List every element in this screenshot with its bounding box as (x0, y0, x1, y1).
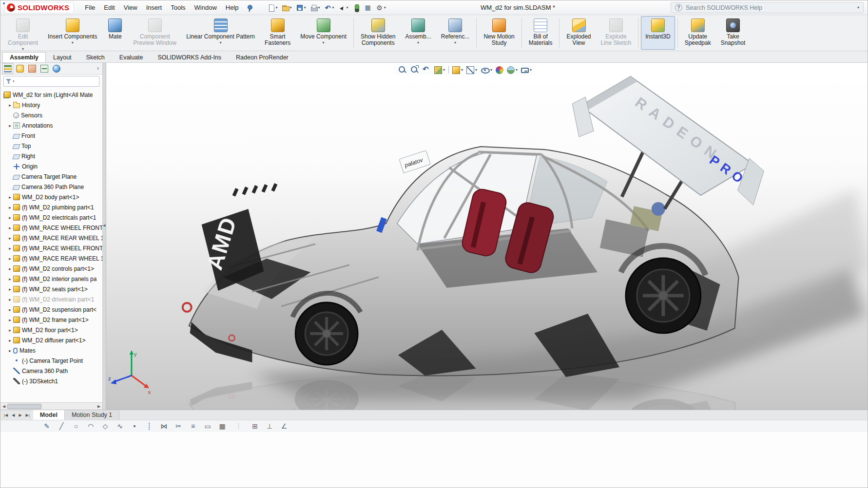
expand-arrow-icon[interactable]: ▸ (7, 297, 13, 302)
expand-arrow-icon[interactable]: ▸ (7, 307, 13, 312)
dropdown-caret-icon[interactable]: ▾ (461, 68, 463, 72)
panel-tabs-overflow-icon[interactable]: › (96, 65, 100, 72)
sketch-tool-button[interactable]: ┊ (145, 422, 154, 430)
expand-arrow-icon[interactable]: ▸ (7, 318, 13, 322)
expand-arrow-icon[interactable]: ▸ (7, 195, 13, 200)
command-tab[interactable]: SOLIDWORKS Add-Ins (150, 52, 229, 62)
tree-item[interactable]: ▸ WM_D2 diffuser part<1> (1, 335, 102, 345)
expand-arrow-icon[interactable]: ▸ (7, 225, 13, 230)
expand-arrow-icon[interactable]: ▸ (7, 205, 13, 210)
panel-tab[interactable] (51, 63, 62, 74)
sketch-tool-button[interactable]: ◠ (86, 422, 95, 430)
tree-item[interactable]: ▸ (-) Camera Target Point (1, 356, 102, 366)
sketch-tool-button[interactable]: ▭ (203, 422, 212, 430)
car-model[interactable] (183, 76, 764, 377)
scroll-right-icon[interactable]: ▶ (96, 404, 102, 409)
expand-arrow-icon[interactable]: ▸ (7, 246, 13, 251)
ribbon-button[interactable]: Assemb... ▾ (401, 16, 435, 50)
menu-item[interactable]: View (119, 1, 142, 14)
hud-button[interactable]: ▾ (452, 66, 463, 74)
hud-button[interactable]: ▾ (466, 66, 477, 74)
expand-arrow-icon[interactable]: ▸ (7, 215, 13, 220)
tree-item[interactable]: ▸ Origin (1, 161, 102, 171)
sheet-tab[interactable]: Model (33, 410, 65, 420)
sketch-tool-button[interactable]: ⊥ (265, 422, 274, 430)
panel-tab[interactable] (39, 63, 50, 74)
sketch-tool-button[interactable]: ╱ (57, 422, 66, 430)
menu-item[interactable]: Insert (142, 1, 167, 14)
quick-tool-button[interactable]: ▾ (308, 3, 322, 13)
dropdown-caret-icon[interactable]: ▾ (72, 40, 74, 45)
hud-button[interactable]: ▾ (422, 65, 431, 74)
hud-button[interactable]: ▾ (481, 65, 492, 74)
expand-arrow-icon[interactable]: ▸ (7, 328, 13, 333)
dropdown-caret-icon[interactable]: ▾ (323, 40, 325, 45)
filter-funnel-icon[interactable] (6, 79, 11, 84)
menu-item[interactable]: Edit (99, 1, 119, 14)
tree-item[interactable]: ▸ (f) WM_D2 interior panels pa (1, 274, 102, 284)
sketch-tool-button[interactable]: ∿ (116, 422, 124, 430)
tree-item[interactable]: ▸ Top (1, 141, 102, 151)
command-tab[interactable]: Evaluate (112, 52, 151, 62)
tree-horizontal-scrollbar[interactable]: ◀ ▶ (0, 402, 102, 410)
tree-item[interactable]: ▸ (f) WM_RACE REAR WHEEL 1 (1, 253, 102, 263)
scrollbar-thumb[interactable] (7, 404, 41, 409)
tree-item[interactable]: ▸ (f) WM_RACE WHEEL FRONT (1, 223, 102, 233)
tree-item[interactable]: ▸ (f) WM_D2 electricals part<1 (1, 212, 102, 223)
expand-arrow-icon[interactable]: ▸ (7, 123, 13, 128)
help-search-box[interactable]: ? Search SOLIDWORKS Help ▾ (671, 2, 864, 13)
command-tab[interactable]: Sketch (79, 52, 112, 62)
tree-item[interactable]: ▸ WM_D2 floor part<1> (1, 325, 102, 335)
ribbon-button[interactable]: Move Component ▾ (296, 16, 351, 50)
sketch-tool-button[interactable]: ⊞ (251, 422, 259, 430)
tree-item[interactable]: ▸ Mates (1, 345, 102, 356)
command-tab[interactable]: Radeon ProRender (229, 52, 296, 62)
tab-scroll-button[interactable]: ◀ (11, 413, 16, 418)
panel-splitter[interactable]: ◀ (103, 63, 106, 410)
expand-arrow-icon[interactable]: ▸ (7, 103, 13, 108)
dropdown-caret-icon[interactable]: ▾ (276, 5, 278, 10)
hud-button[interactable]: ▾ (521, 67, 532, 73)
dropdown-caret-icon[interactable]: ▾ (454, 40, 456, 45)
tree-item[interactable]: ▸ History (1, 100, 102, 110)
ribbon-button[interactable]: Update Speedpak ▾ (680, 16, 715, 50)
expand-arrow-icon[interactable]: ▸ (7, 338, 13, 343)
tree-item[interactable]: ▸ Right (1, 151, 102, 161)
help-icon[interactable]: ? (675, 4, 682, 11)
sketch-tool-button[interactable]: ⋈ (159, 422, 168, 430)
tree-item[interactable]: ▸ (f) WM_RACE REAR WHEEL 1 (1, 233, 102, 243)
sketch-tool-button[interactable]: ∠ (280, 422, 289, 430)
sketch-tool-button[interactable]: ✎ (42, 422, 51, 430)
tree-item[interactable]: ▸ Camera 360 Path (1, 366, 102, 376)
expand-arrow-icon[interactable]: ▸ (7, 348, 13, 353)
search-scope-caret-icon[interactable]: ▾ (857, 5, 859, 10)
ribbon-button[interactable]: Instant3D ▾ (641, 16, 675, 50)
tab-scroll-button[interactable]: ▶ (18, 413, 22, 418)
tree-item[interactable]: ▸ (f) WM_D2 seats part<1> (1, 284, 102, 294)
ribbon-button[interactable]: Linear Component Pattern ▾ (182, 16, 259, 50)
dropdown-caret-icon[interactable]: ▾ (443, 68, 445, 72)
menu-item[interactable]: File (80, 1, 99, 14)
dropdown-caret-icon[interactable]: ▾ (220, 40, 222, 45)
dropdown-caret-icon[interactable]: ▾ (318, 5, 320, 10)
menu-item[interactable]: Window (190, 1, 221, 14)
hud-button[interactable]: ▾ (434, 66, 445, 74)
dropdown-caret-icon[interactable]: ▾ (475, 68, 477, 72)
sketch-tool-button[interactable]: ▦ (218, 422, 227, 430)
hud-button[interactable]: ▾ (507, 66, 518, 74)
tree-item[interactable]: ▸ (f) WM_D2 controls part<1> (1, 263, 102, 274)
tree-item[interactable]: ▸ (f) WM_RACE WHEEL FRONT (1, 243, 102, 253)
quick-tool-button[interactable]: ▾ (266, 3, 280, 13)
sheet-tab[interactable]: Motion Study 1 (65, 410, 119, 420)
ribbon-button[interactable]: Exploded View ▾ (562, 16, 595, 50)
dropdown-caret-icon[interactable]: ▾ (516, 68, 518, 72)
ribbon-button[interactable]: Smart Fasteners ▾ (260, 16, 295, 50)
tree-item[interactable]: ▸ Front (1, 131, 102, 141)
sketch-tool-button[interactable]: ◇ (101, 422, 110, 430)
hud-button[interactable]: ▾ (398, 65, 406, 74)
sketch-tool-button[interactable]: • (130, 422, 139, 430)
pin-icon[interactable] (246, 4, 253, 12)
command-tab[interactable]: Layout (46, 52, 79, 62)
ribbon-button[interactable]: Show Hidden Components ▾ (356, 16, 400, 50)
sketch-tool-button[interactable]: ○ (72, 422, 80, 430)
